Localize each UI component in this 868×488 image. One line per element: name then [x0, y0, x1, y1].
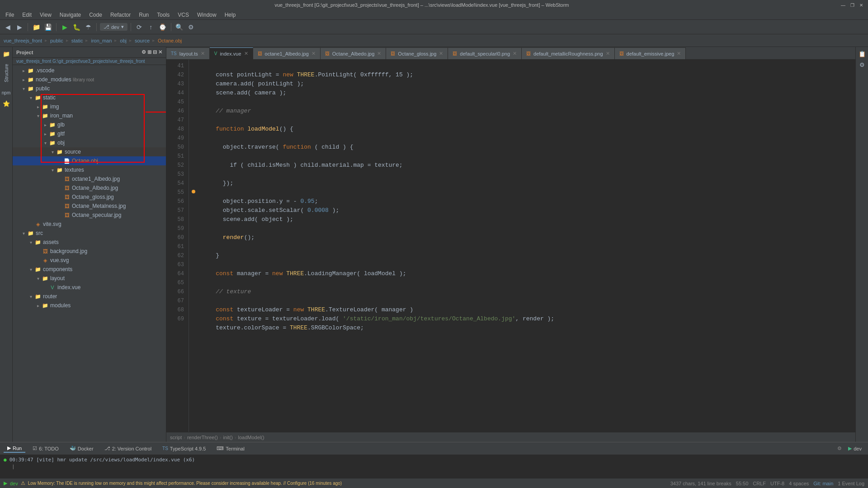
tab-close-index-vue[interactable]: ✕ — [244, 51, 248, 56]
close-button[interactable]: ✕ — [858, 2, 864, 8]
run-tab-typescript[interactable]: TS TypeScript 4.9.5 — [159, 445, 209, 452]
tree-item-vue-svg[interactable]: ◈ vue.svg — [13, 256, 166, 265]
tree-item-gltf[interactable]: ▸ 📁 gltf — [13, 129, 166, 138]
run-tab-run[interactable]: ▶ Run — [4, 444, 25, 453]
tab-close-layout-ts[interactable]: ✕ — [201, 51, 205, 56]
tree-item-node-modules[interactable]: ▸ 📁 node_modules library root — [13, 75, 166, 84]
tab-close-octane-albedo[interactable]: ✕ — [377, 51, 381, 56]
forward-button[interactable]: ▶ — [14, 22, 24, 32]
back-button[interactable]: ◀ — [3, 22, 13, 32]
tree-item-octane-obj[interactable]: 📄 Octane.obj — [13, 156, 166, 165]
tree-item-octane-metalness[interactable]: 🖼 Octane_Metalness.jpg — [13, 202, 166, 211]
save-button[interactable]: 💾 — [43, 22, 53, 32]
nav-octane-obj[interactable]: Octane.obj — [158, 38, 182, 43]
nav-obj[interactable]: obj — [120, 38, 127, 43]
code-content[interactable]: const pointLight = new THREE.PointLight(… — [198, 60, 855, 432]
tree-item-modules[interactable]: ▸ 📁 modules — [13, 301, 166, 310]
structure-icon[interactable]: Structure — [1, 60, 12, 87]
run-tab-docker[interactable]: 🐳 Docker — [66, 445, 97, 452]
event-log-icon[interactable]: 📋 — [857, 49, 867, 59]
menu-view[interactable]: View — [36, 11, 55, 19]
tab-default-emissive[interactable]: 🖼 default_emissive.jpeg ✕ — [615, 47, 686, 59]
nav-project[interactable]: vue_threejs_front — [4, 38, 42, 43]
nav-source[interactable]: source — [135, 38, 150, 43]
favorites-icon[interactable]: ⭐ — [1, 99, 11, 108]
tree-item-octane-specular[interactable]: 🖼 Octane_specular.jpg — [13, 211, 166, 220]
status-event-log[interactable]: 1 Event Log — [838, 481, 864, 486]
tree-item-components[interactable]: ▾ 📁 components — [13, 265, 166, 274]
menu-edit[interactable]: Edit — [19, 11, 35, 19]
tab-default-specular[interactable]: 🖼 default_specularl0.png ✕ — [448, 47, 522, 59]
npm-icon[interactable]: npm — [1, 88, 11, 98]
tree-item-vite-svg[interactable]: ◈ vite.svg — [13, 220, 166, 229]
run-btn[interactable]: ▶ — [60, 22, 70, 32]
project-collapse-icon[interactable]: ⊟ — [153, 49, 157, 55]
tree-item-public[interactable]: ▾ 📁 public — [13, 84, 166, 93]
tree-item-obj-folder[interactable]: ▾ 📁 obj — [13, 138, 166, 147]
coverage-btn[interactable]: ☂ — [83, 22, 93, 32]
project-close-icon[interactable]: ✕ — [158, 49, 162, 55]
status-git[interactable]: Git: main — [813, 481, 833, 486]
status-position[interactable]: 55:50 — [736, 481, 749, 486]
git-update-btn[interactable]: ⟳ — [134, 22, 144, 32]
tree-item-octane1-albedo[interactable]: 🖼 octane1_Albedo.jpg — [13, 174, 166, 183]
tree-item-src[interactable]: ▾ 📁 src — [13, 229, 166, 238]
git-history-btn[interactable]: ⌚ — [158, 22, 168, 32]
maximize-button[interactable]: ❐ — [849, 2, 855, 8]
menu-help[interactable]: Help — [221, 11, 240, 19]
project-settings-icon[interactable]: ⚙ — [142, 49, 146, 55]
minimize-button[interactable]: — — [840, 2, 846, 8]
tree-item-static[interactable]: ▾ 📁 static — [13, 93, 166, 102]
menu-run[interactable]: Run — [135, 11, 152, 19]
nav-static[interactable]: static — [71, 38, 83, 43]
run-tab-terminal[interactable]: ⌨ Terminal — [213, 445, 248, 452]
status-line-ending[interactable]: CRLF — [753, 481, 766, 486]
tab-index-vue[interactable]: V index.vue ✕ — [210, 47, 253, 59]
tab-close-default-metallic[interactable]: ✕ — [606, 51, 610, 56]
tree-item-glb[interactable]: ▸ 📁 glb — [13, 120, 166, 129]
debug-btn[interactable]: 🐛 — [71, 22, 81, 32]
run-tab-todo[interactable]: ☑ 6: TODO — [29, 445, 62, 452]
tab-layout-ts[interactable]: TS layout.ts ✕ — [166, 47, 210, 59]
tab-close-default-specular[interactable]: ✕ — [513, 51, 517, 56]
search-btn[interactable]: 🔍 — [175, 22, 184, 32]
tree-item-img[interactable]: ▸ 📁 img — [13, 102, 166, 111]
menu-file[interactable]: File — [2, 11, 18, 19]
tab-default-metallic[interactable]: 🖼 default_metallicRoughness.png ✕ — [522, 47, 615, 59]
tab-octane1-albedo[interactable]: 🖼 octane1_Albedo.jpg ✕ — [253, 47, 321, 59]
tree-item-source[interactable]: ▾ 📁 source — [13, 147, 166, 156]
tab-close-octane1-albedo[interactable]: ✕ — [311, 51, 316, 56]
tree-item-background-jpg[interactable]: 🖼 background.jpg — [13, 247, 166, 256]
open-button[interactable]: 📁 — [31, 22, 41, 32]
run-config-icon[interactable]: ⚙ — [837, 446, 842, 451]
tree-item-vscode[interactable]: ▸ 📁 .vscode — [13, 66, 166, 75]
tree-item-textures[interactable]: ▾ 📁 textures — [13, 165, 166, 174]
menu-navigate[interactable]: Navigate — [56, 11, 85, 19]
tree-item-layout[interactable]: ▾ 📁 layout — [13, 274, 166, 283]
nav-iron_man[interactable]: iron_man — [91, 38, 112, 43]
tab-close-default-emissive[interactable]: ✕ — [677, 51, 681, 56]
menu-vcs[interactable]: VCS — [174, 11, 193, 19]
settings-right-icon[interactable]: ⚙ — [857, 60, 867, 70]
run-tab-version-control[interactable]: ⎇ 2: Version Control — [101, 445, 155, 452]
tab-octane-gloss[interactable]: 🖼 Octane_gloss.jpg ✕ — [386, 47, 448, 59]
tree-item-router[interactable]: ▾ 📁 router — [13, 292, 166, 301]
menu-tools[interactable]: Tools — [153, 11, 173, 19]
menu-window[interactable]: Window — [193, 11, 220, 19]
settings-btn[interactable]: ⚙ — [186, 22, 196, 32]
menu-refactor[interactable]: Refactor — [107, 11, 134, 19]
status-encoding[interactable]: UTF-8 — [770, 481, 784, 486]
menu-code[interactable]: Code — [85, 11, 106, 19]
status-warning-text[interactable]: Low Memory: The IDE is running low on me… — [28, 481, 342, 486]
tree-item-iron-man[interactable]: ▾ 📁 iron_man — [13, 111, 166, 120]
git-push-btn[interactable]: ↑ — [146, 22, 156, 32]
nav-public[interactable]: public — [50, 38, 63, 43]
tab-octane-albedo[interactable]: 🖼 Octane_Albedo.jpg ✕ — [321, 47, 387, 59]
tree-item-octane-albedo[interactable]: 🖼 Octane_Albedo.jpg — [13, 183, 166, 192]
git-branch[interactable]: ⎇ dev ▾ — [100, 23, 127, 31]
tree-item-octane-gloss[interactable]: 🖼 Octane_gloss.jpg — [13, 192, 166, 202]
tree-item-assets[interactable]: ▾ 📁 assets — [13, 238, 166, 247]
project-icon[interactable]: 📁 — [1, 49, 11, 59]
project-expand-icon[interactable]: ⊞ — [147, 49, 151, 55]
tree-item-layout-index-vue[interactable]: V index.vue — [13, 283, 166, 292]
